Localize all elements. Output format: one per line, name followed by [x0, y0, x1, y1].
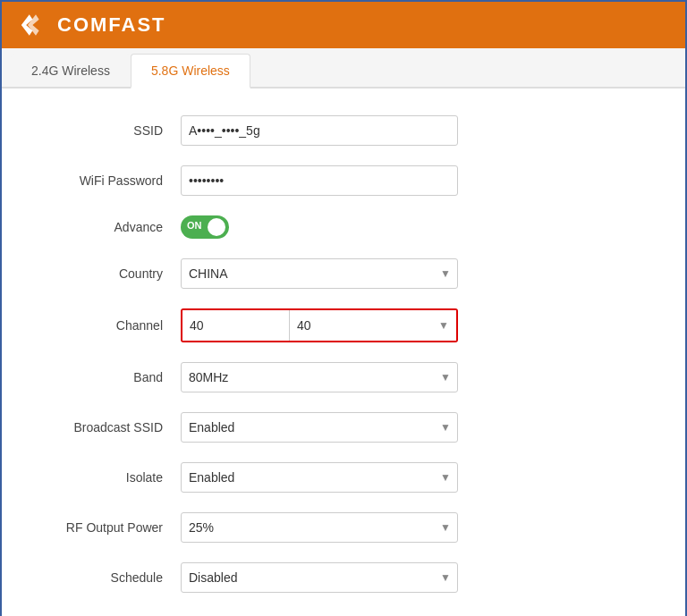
- channel-select-arrow: ▼: [431, 310, 456, 341]
- channel-row: Channel 40 36 44 48 Auto ▼: [38, 308, 649, 342]
- advance-label: Advance: [38, 220, 181, 234]
- channel-label: Channel: [38, 318, 181, 333]
- channel-input[interactable]: [182, 310, 290, 341]
- schedule-row: Schedule Disabled Enabled ▼: [38, 562, 649, 593]
- ssid-row: SSID: [38, 115, 649, 146]
- tabs-bar: 2.4G Wireless 5.8G Wireless: [2, 48, 685, 89]
- country-select-wrapper: CHINA USA EUROPE ▼: [181, 258, 458, 289]
- band-row: Band 80MHz 40MHz 20MHz ▼: [38, 362, 649, 392]
- toggle-on-label: ON: [187, 220, 202, 231]
- wifi-password-label: WiFi Password: [38, 173, 181, 188]
- ssid-input[interactable]: [181, 115, 458, 146]
- header: COMFAST: [2, 2, 685, 48]
- logo-icon: [20, 13, 52, 38]
- channel-highlighted-box: 40 36 44 48 Auto ▼: [181, 308, 458, 342]
- ssid-label: SSID: [38, 123, 181, 138]
- country-label: Country: [38, 266, 181, 281]
- broadcast-ssid-select-wrapper: Enabled Disabled ▼: [181, 412, 458, 443]
- logo: COMFAST: [20, 13, 166, 38]
- tab-5g[interactable]: 5.8G Wireless: [131, 54, 250, 89]
- schedule-select[interactable]: Disabled Enabled: [181, 562, 458, 593]
- band-label: Band: [38, 370, 181, 384]
- rf-output-power-label: RF Output Power: [38, 520, 181, 535]
- advance-row: Advance ON: [38, 215, 649, 239]
- broadcast-ssid-label: Broadcast SSID: [38, 420, 181, 435]
- tab-2g[interactable]: 2.4G Wireless: [11, 54, 131, 87]
- isolate-label: Isolate: [38, 470, 181, 485]
- band-select-wrapper: 80MHz 40MHz 20MHz ▼: [181, 362, 458, 392]
- schedule-select-wrapper: Disabled Enabled ▼: [181, 562, 458, 593]
- channel-select[interactable]: 40 36 44 48 Auto: [290, 310, 431, 341]
- advance-toggle[interactable]: ON: [181, 215, 229, 239]
- logo-text: COMFAST: [57, 13, 166, 37]
- broadcast-ssid-select[interactable]: Enabled Disabled: [181, 412, 458, 443]
- rf-output-power-row: RF Output Power 25% 50% 75% 100% ▼: [38, 512, 649, 543]
- isolate-row: Isolate Enabled Disabled ▼: [38, 462, 649, 493]
- rf-output-power-select-wrapper: 25% 50% 75% 100% ▼: [181, 512, 458, 543]
- band-select[interactable]: 80MHz 40MHz 20MHz: [181, 362, 458, 392]
- schedule-label: Schedule: [38, 570, 181, 585]
- country-select[interactable]: CHINA USA EUROPE: [181, 258, 458, 289]
- form-content: SSID WiFi Password Advance ON Country CH…: [2, 89, 685, 616]
- wifi-password-row: WiFi Password: [38, 165, 649, 196]
- wifi-password-input[interactable]: [181, 165, 458, 196]
- broadcast-ssid-row: Broadcast SSID Enabled Disabled ▼: [38, 412, 649, 443]
- country-row: Country CHINA USA EUROPE ▼: [38, 258, 649, 289]
- isolate-select[interactable]: Enabled Disabled: [181, 462, 458, 493]
- isolate-select-wrapper: Enabled Disabled ▼: [181, 462, 458, 493]
- main-window: COMFAST 2.4G Wireless 5.8G Wireless SSID…: [0, 0, 687, 616]
- rf-output-power-select[interactable]: 25% 50% 75% 100%: [181, 512, 458, 543]
